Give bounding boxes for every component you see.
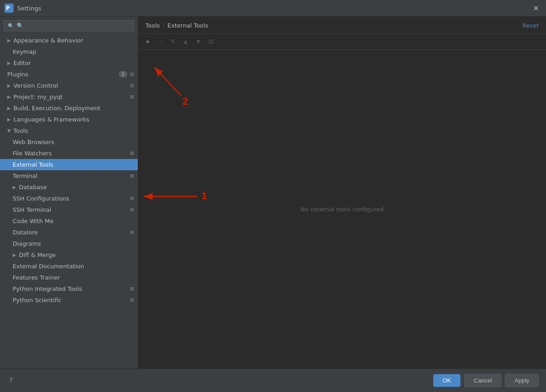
window-title: Settings (17, 5, 41, 12)
sidebar-item-label: Keymap (13, 48, 134, 55)
settings-icon: ⊞ (130, 207, 134, 213)
right-panel: Tools › External Tools Reset + − ✎ ▲ ▼ ⧉… (138, 17, 546, 369)
chevron-icon: ▶ (7, 94, 11, 99)
sidebar-item-label: Database (19, 184, 134, 191)
empty-text: No external tools configured (300, 206, 383, 213)
sidebar-item-external-documentation[interactable]: External Documentation (0, 261, 138, 272)
chevron-icon: ▼ (7, 128, 11, 133)
sidebar-item-label: SSH Configurations (13, 195, 129, 202)
sidebar-item-label: File Watchers (13, 150, 129, 157)
sidebar-item-appearance[interactable]: ▶Appearance & Behavior (0, 35, 138, 46)
sidebar-item-label: Python Integrated Tools (13, 285, 129, 292)
settings-icon: ⊞ (130, 229, 134, 235)
chevron-icon: ▶ (7, 38, 11, 43)
settings-icon: ⊞ (130, 94, 134, 100)
sidebar-item-ssh-configurations[interactable]: SSH Configurations⊞ (0, 193, 138, 204)
help-icon[interactable]: ? (9, 376, 13, 385)
bottom-bar: ? OK Cancel Apply (0, 369, 546, 392)
search-icon: 🔍 (8, 23, 14, 29)
sidebar-item-label: SSH Terminal (13, 206, 129, 213)
sidebar-item-editor[interactable]: ▶Editor (0, 57, 138, 69)
sidebar-item-diff-merge[interactable]: ▶Diff & Merge (0, 249, 138, 261)
sidebar-item-label: Python Scientific (13, 297, 129, 303)
add-button[interactable]: + (142, 37, 154, 47)
sidebar-item-label: Version Control (14, 82, 129, 89)
sidebar-item-label: Tools (14, 127, 134, 134)
svg-text:P: P (6, 5, 10, 11)
settings-icon: ⊞ (130, 150, 134, 156)
sidebar-item-plugins[interactable]: Plugins2⊞ (0, 69, 138, 80)
sidebar-item-label: Languages & Frameworks (14, 116, 134, 123)
sidebar-item-label: Datalore (13, 229, 129, 236)
sidebar-item-datalore[interactable]: Datalore⊞ (0, 227, 138, 238)
move-up-button[interactable]: ▲ (180, 37, 191, 47)
settings-icon: ⊞ (130, 286, 134, 292)
sidebar-item-label: Code With Me (13, 218, 134, 224)
sidebar-item-database[interactable]: ▶Database (0, 182, 138, 193)
sidebar-item-project[interactable]: ▶Project: my_pyqt⊞ (0, 91, 138, 103)
search-input[interactable] (17, 23, 130, 29)
reset-link[interactable]: Reset (523, 22, 539, 29)
sidebar-item-file-watchers[interactable]: File Watchers⊞ (0, 148, 138, 159)
sidebar-item-label: Terminal (13, 173, 129, 179)
copy-button[interactable]: ⧉ (205, 37, 217, 47)
breadcrumb-parent: Tools (145, 22, 160, 29)
settings-icon: ⊞ (130, 71, 134, 77)
chevron-icon: ▶ (7, 117, 11, 122)
sidebar-item-label: External Tools (13, 161, 134, 168)
panel-header: Tools › External Tools Reset (138, 17, 546, 34)
chevron-icon: ▶ (13, 252, 16, 257)
breadcrumb-separator: › (163, 23, 165, 29)
panel-content: No external tools configured (138, 50, 546, 369)
sidebar-item-label: Appearance & Behavior (14, 37, 134, 44)
sidebar-item-terminal[interactable]: Terminal⊞ (0, 170, 138, 182)
search-box[interactable]: 🔍 (4, 20, 134, 31)
sidebar-item-python-integrated-tools[interactable]: Python Integrated Tools⊞ (0, 283, 138, 294)
sidebar-item-label: Plugins (7, 71, 119, 78)
sidebar-item-keymap[interactable]: Keymap (0, 46, 138, 57)
sidebar-item-languages[interactable]: ▶Languages & Frameworks (0, 114, 138, 125)
sidebar-item-label: External Documentation (13, 263, 134, 270)
move-down-button[interactable]: ▼ (192, 37, 204, 47)
settings-icon: ⊞ (130, 297, 134, 303)
sidebar-item-ssh-terminal[interactable]: SSH Terminal⊞ (0, 204, 138, 215)
sidebar-scroll: ▶Appearance & BehaviorKeymap▶EditorPlugi… (0, 35, 138, 369)
sidebar-item-label: Diagrams (13, 240, 134, 247)
toolbar: + − ✎ ▲ ▼ ⧉ (138, 34, 546, 50)
sidebar-item-features-trainer[interactable]: Features Trainer (0, 272, 138, 283)
sidebar-item-label: Features Trainer (13, 274, 134, 281)
sidebar-item-code-with-me[interactable]: Code With Me (0, 215, 138, 227)
sidebar-item-external-tools[interactable]: External Tools (0, 159, 138, 170)
badge: 2 (119, 71, 127, 78)
close-button[interactable]: ✕ (531, 3, 541, 14)
sidebar-item-tools[interactable]: ▼Tools (0, 125, 138, 136)
chevron-icon: ▶ (7, 106, 11, 111)
ok-button[interactable]: OK (433, 374, 461, 387)
sidebar-item-label: Diff & Merge (19, 252, 134, 258)
sidebar-item-version-control[interactable]: ▶Version Control⊞ (0, 80, 138, 91)
remove-button[interactable]: − (154, 37, 166, 47)
sidebar-item-label: Build, Execution, Deployment (14, 105, 134, 112)
sidebar-item-build[interactable]: ▶Build, Execution, Deployment (0, 103, 138, 114)
sidebar-item-label: Web Browsers (13, 139, 134, 145)
sidebar: 🔍 ▶Appearance & BehaviorKeymap▶EditorPlu… (0, 17, 138, 369)
settings-icon: ⊞ (130, 196, 134, 201)
main-content: 🔍 ▶Appearance & BehaviorKeymap▶EditorPlu… (0, 17, 546, 369)
sidebar-item-label: Editor (14, 60, 134, 66)
chevron-icon: ▶ (13, 185, 16, 190)
chevron-icon: ▶ (7, 83, 11, 88)
settings-icon: ⊞ (130, 173, 134, 179)
chevron-icon: ▶ (7, 61, 11, 65)
cancel-button[interactable]: Cancel (464, 374, 501, 387)
settings-icon: ⊞ (130, 83, 134, 89)
sidebar-item-web-browsers[interactable]: Web Browsers (0, 136, 138, 148)
app-icon: P (5, 4, 14, 13)
apply-button[interactable]: Apply (505, 374, 539, 387)
title-bar: P Settings ✕ (0, 0, 546, 17)
sidebar-item-diagrams[interactable]: Diagrams (0, 238, 138, 249)
breadcrumb-current: External Tools (168, 22, 208, 29)
sidebar-item-label: Project: my_pyqt (14, 93, 129, 100)
breadcrumb: Tools › External Tools (145, 22, 208, 29)
sidebar-item-python-scientific[interactable]: Python Scientific⊞ (0, 294, 138, 306)
edit-button[interactable]: ✎ (167, 37, 179, 47)
